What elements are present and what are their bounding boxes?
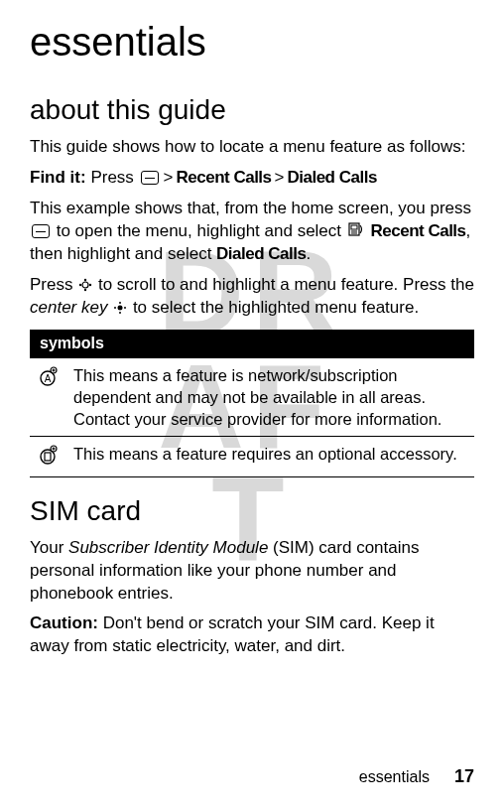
dialed-calls-label: Dialed Calls [216, 244, 306, 263]
about-intro: This guide shows how to locate a menu fe… [30, 136, 474, 159]
svg-point-11 [119, 312, 121, 314]
accessory-symbol-icon [30, 437, 65, 476]
svg-point-4 [82, 282, 88, 288]
page-footer: essentials17 [359, 766, 474, 787]
svg-point-6 [84, 289, 86, 291]
text-fragment: Press [30, 275, 77, 294]
breadcrumb-separator: > [164, 168, 174, 187]
table-row: A This means a feature is network/subscr… [30, 357, 474, 437]
menu-key-icon [141, 171, 159, 185]
center-key-icon [112, 298, 128, 317]
svg-text:A: A [45, 373, 52, 384]
menu-key-icon [32, 224, 50, 238]
page-title: essentials [30, 20, 474, 65]
svg-point-9 [118, 306, 123, 311]
section-about-heading: about this guide [30, 94, 474, 126]
find-it-label: Find it: [30, 168, 86, 187]
table-row: This means a feature requires an optiona… [30, 437, 474, 476]
svg-point-12 [114, 307, 116, 309]
text-fragment: This example shows that, from the home s… [30, 199, 471, 217]
svg-point-8 [89, 284, 91, 286]
symbols-header: symbols [30, 330, 474, 358]
caution-label: Caution: [30, 613, 98, 632]
text-fragment: . [306, 244, 311, 263]
recent-calls-label: Recent Calls [177, 168, 272, 187]
text-fragment: Your [30, 538, 68, 557]
page-number: 17 [454, 766, 474, 786]
network-symbol-icon: A [30, 357, 65, 437]
svg-rect-1 [351, 225, 357, 229]
breadcrumb-separator: > [275, 168, 285, 187]
recent-calls-icon [348, 220, 364, 243]
svg-point-13 [124, 307, 126, 309]
nav-instruction: Press to scroll to and highlight a menu … [30, 274, 474, 320]
find-it-press: Press [86, 168, 139, 187]
accessory-symbol-text: This means a feature requires an optiona… [65, 437, 474, 476]
text-fragment: to open the menu, highlight and select [52, 221, 346, 240]
sim-caution: Caution: Don't bend or scratch your SIM … [30, 612, 474, 658]
svg-rect-20 [45, 453, 51, 461]
recent-calls-label: Recent Calls [371, 221, 466, 240]
nav-key-icon [77, 275, 93, 294]
text-fragment: to select the highlighted menu feature. [128, 298, 419, 317]
network-symbol-text: This means a feature is network/subscrip… [65, 357, 474, 437]
text-fragment: to scroll to and highlight a menu featur… [93, 275, 474, 294]
footer-section-label: essentials [359, 768, 430, 785]
svg-point-7 [79, 284, 81, 286]
find-it-line: Find it: Press >Recent Calls>Dialed Call… [30, 167, 474, 190]
center-key-term: center key [30, 298, 107, 317]
example-explanation: This example shows that, from the home s… [30, 198, 474, 266]
sim-description: Your Subscriber Identity Module (SIM) ca… [30, 537, 474, 606]
dialed-calls-label: Dialed Calls [287, 168, 376, 187]
sim-full-name: Subscriber Identity Module [68, 538, 268, 557]
section-sim-heading: SIM card [30, 495, 474, 527]
symbols-table: symbols A This means a feature is networ… [30, 330, 474, 477]
svg-point-5 [84, 279, 86, 281]
svg-point-10 [119, 302, 121, 304]
page-content: essentials about this guide This guide s… [30, 20, 474, 658]
